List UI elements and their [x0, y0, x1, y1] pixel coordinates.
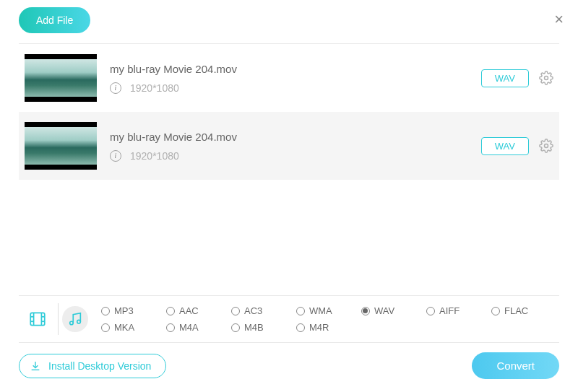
divider — [58, 303, 59, 335]
format-option-m4b[interactable]: M4B — [231, 322, 296, 333]
gear-icon[interactable] — [539, 139, 553, 153]
gear-icon[interactable] — [539, 71, 553, 85]
info-icon[interactable]: i — [110, 150, 121, 162]
format-option-aiff[interactable]: AIFF — [426, 305, 491, 316]
download-icon — [30, 360, 41, 372]
format-bar: MP3 AAC AC3 WMA WAV AIFF FLAC MKA M4A M4… — [19, 295, 559, 343]
video-thumbnail — [25, 122, 97, 170]
format-option-wma[interactable]: WMA — [296, 305, 361, 316]
video-thumbnail — [25, 54, 97, 102]
svg-point-9 — [70, 321, 74, 325]
svg-point-1 — [545, 144, 548, 148]
format-button[interactable]: WAV — [481, 137, 529, 155]
format-option-m4a[interactable]: M4A — [166, 322, 231, 333]
install-desktop-button[interactable]: Install Desktop Version — [19, 354, 166, 378]
format-button[interactable]: WAV — [481, 69, 529, 87]
format-option-wav[interactable]: WAV — [361, 305, 426, 316]
format-row: MP3 AAC AC3 WMA WAV AIFF FLAC — [101, 305, 556, 316]
video-tab[interactable] — [25, 306, 51, 332]
convert-button[interactable]: Convert — [472, 352, 559, 379]
format-option-mp3[interactable]: MP3 — [101, 305, 166, 316]
format-option-ac3[interactable]: AC3 — [231, 305, 296, 316]
close-icon[interactable]: × — [554, 12, 564, 27]
install-desktop-label: Install Desktop Version — [48, 360, 151, 372]
add-file-button[interactable]: Add File — [19, 7, 90, 33]
format-option-aac[interactable]: AAC — [166, 305, 231, 316]
svg-point-10 — [77, 320, 81, 323]
file-row[interactable]: my blu-ray Movie 204.mov i 1920*1080 WAV — [19, 112, 559, 180]
file-list: my blu-ray Movie 204.mov i 1920*1080 WAV… — [19, 44, 559, 180]
audio-tab[interactable] — [62, 306, 88, 332]
format-row: MKA M4A M4B M4R — [101, 322, 556, 333]
format-option-m4r[interactable]: M4R — [296, 322, 361, 333]
format-option-flac[interactable]: FLAC — [491, 305, 556, 316]
file-resolution: 1920*1080 — [130, 82, 179, 94]
info-icon[interactable]: i — [110, 82, 121, 94]
svg-rect-2 — [30, 313, 45, 325]
file-name: my blu-ray Movie 204.mov — [110, 63, 481, 75]
file-resolution: 1920*1080 — [130, 150, 179, 162]
svg-point-0 — [545, 77, 548, 80]
file-name: my blu-ray Movie 204.mov — [110, 131, 481, 143]
file-row[interactable]: my blu-ray Movie 204.mov i 1920*1080 WAV — [19, 44, 559, 112]
format-option-mka[interactable]: MKA — [101, 322, 166, 333]
